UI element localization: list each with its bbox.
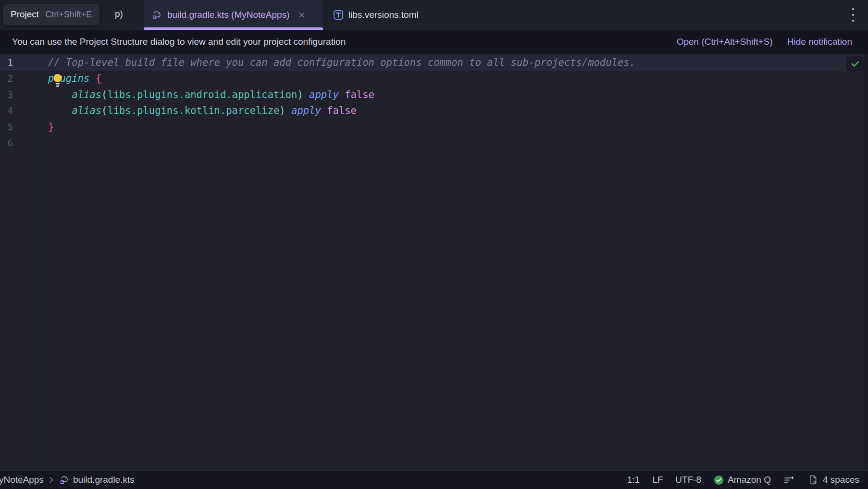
intention-lightbulb-icon[interactable] — [52, 73, 64, 88]
notification-message: You can use the Project Structure dialog… — [12, 37, 346, 47]
code-line[interactable]: 4 alias(libs.plugins.kotlin.parcelize) a… — [0, 103, 864, 119]
line-number: 3 — [0, 87, 13, 103]
caret-position[interactable]: 1:1 — [627, 475, 640, 485]
code-line[interactable]: 3 alias(libs.plugins.android.application… — [0, 87, 864, 103]
inspections-widget-icon[interactable] — [783, 475, 795, 485]
breadcrumb-file[interactable]: build.gradle.kts — [59, 475, 135, 485]
ide-window: p) Project Ctrl+Shift+E build.gradle.kts… — [0, 0, 868, 489]
code-text: } — [48, 119, 54, 135]
gradle-icon — [59, 475, 70, 485]
tooltip-shortcut: Ctrl+Shift+E — [45, 10, 92, 20]
code-text: // Top-level build file where you can ad… — [48, 55, 635, 71]
tab-libs-versions-toml[interactable]: libs.versions.toml — [326, 0, 439, 30]
code-line[interactable]: 2plugins { — [0, 71, 864, 87]
status-bar: yNoteApps build.gradle.kts 1:1 LF — [0, 470, 868, 489]
toml-icon — [333, 10, 344, 20]
file-encoding[interactable]: UTF-8 — [675, 475, 701, 485]
line-number: 2 — [0, 71, 13, 87]
editor-scrollbar[interactable] — [864, 54, 868, 470]
code-line[interactable]: 6 — [0, 135, 864, 151]
line-number: 4 — [0, 103, 13, 119]
editor-tab-bar: p) Project Ctrl+Shift+E build.gradle.kts… — [0, 0, 868, 30]
indent-label: 4 spaces — [823, 475, 859, 485]
gradle-icon — [151, 10, 162, 21]
breadcrumb-project[interactable]: yNoteApps — [0, 475, 44, 485]
code-text: alias(libs.plugins.android.application) … — [48, 87, 374, 103]
tab-build-gradle-kts[interactable]: build.gradle.kts (MyNoteApps) — [144, 0, 323, 30]
code-lines: 1// Top-level build file where you can a… — [0, 55, 864, 151]
file-gear-icon — [807, 474, 819, 486]
notification-banner: You can use the Project Structure dialog… — [0, 30, 868, 54]
more-options-kebab-icon[interactable] — [844, 0, 862, 30]
hide-notification-link[interactable]: Hide notification — [787, 37, 852, 47]
breadcrumb: yNoteApps build.gradle.kts — [0, 475, 135, 485]
amazon-q-status[interactable]: Amazon Q — [714, 475, 771, 485]
line-number: 1 — [0, 55, 13, 71]
tooltip-label: Project — [11, 9, 39, 20]
chevron-right-icon — [49, 476, 54, 483]
green-check-circle-icon — [714, 475, 724, 485]
inspection-status-widget[interactable] — [846, 56, 864, 71]
line-number: 6 — [0, 135, 13, 151]
code-line[interactable]: 1// Top-level build file where you can a… — [0, 55, 864, 71]
indent-widget[interactable]: 4 spaces — [807, 474, 859, 486]
close-icon[interactable] — [298, 11, 306, 19]
clipped-tab-label[interactable]: p) — [115, 0, 123, 27]
no-problems-check-icon — [850, 59, 860, 69]
line-separator[interactable]: LF — [652, 475, 663, 485]
tab-label: build.gradle.kts (MyNoteApps) — [167, 10, 290, 20]
project-tooltip: Project Ctrl+Shift+E — [3, 4, 99, 25]
tab-label: libs.versions.toml — [348, 10, 419, 20]
line-number: 5 — [0, 119, 13, 135]
code-text: alias(libs.plugins.kotlin.parcelize) app… — [48, 103, 357, 119]
code-line[interactable]: 5} — [0, 119, 864, 135]
right-margin-guide — [625, 54, 625, 470]
code-editor[interactable]: 1// Top-level build file where you can a… — [0, 54, 868, 470]
open-project-structure-link[interactable]: Open (Ctrl+Alt+Shift+S) — [677, 37, 773, 47]
breadcrumb-file-label: build.gradle.kts — [73, 475, 135, 485]
amazon-q-label: Amazon Q — [728, 475, 771, 485]
